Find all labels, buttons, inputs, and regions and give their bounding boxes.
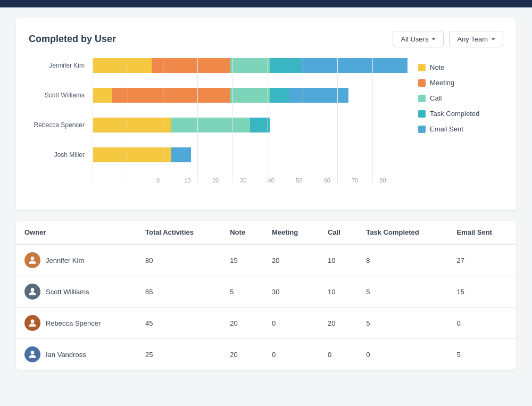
- col-email-sent: Email Sent: [448, 221, 516, 244]
- chart-title: Completed by User: [29, 34, 116, 45]
- bars-container: Jennifer KimScott WilliamsRebecca Spence…: [29, 58, 408, 200]
- chevron-down-icon: [431, 38, 436, 40]
- legend-item-meeting: Meeting: [418, 79, 503, 87]
- cell-total: 80: [137, 244, 221, 276]
- cell-total: 65: [137, 276, 221, 308]
- cell-total: 25: [137, 339, 221, 370]
- activities-table: Owner Total Activities Note Meeting Call…: [16, 221, 516, 370]
- cell-meeting: 0: [263, 339, 319, 370]
- legend-label: Task Completed: [430, 110, 479, 118]
- main-content: Completed by User All Users Any Team Jen…: [0, 7, 532, 406]
- cell-call: 0: [319, 339, 358, 370]
- table-row: Scott Williams6553010515: [16, 276, 516, 308]
- svg-point-1: [31, 288, 35, 292]
- any-team-label: Any Team: [457, 35, 488, 43]
- table-header-row: Owner Total Activities Note Meeting Call…: [16, 221, 516, 244]
- owner-name: Jennifer Kim: [46, 256, 84, 264]
- owner-cell: Jennifer Kim: [16, 244, 137, 276]
- grid-line: [197, 58, 232, 184]
- cell-call: 20: [319, 308, 358, 339]
- table-row: Ian Vandross25200005: [16, 339, 516, 370]
- cell-email-sent: 5: [448, 339, 516, 370]
- cell-task-completed: 5: [358, 276, 448, 308]
- svg-point-2: [31, 319, 35, 323]
- bar-label: Josh Miller: [29, 151, 90, 159]
- cell-note: 20: [221, 339, 263, 370]
- cell-note: 20: [221, 308, 263, 339]
- cell-meeting: 20: [263, 244, 319, 276]
- cell-email-sent: 27: [448, 244, 516, 276]
- bar-label: Jennifer Kim: [29, 62, 90, 69]
- legend-item-email-sent: Email Sent: [418, 125, 503, 133]
- table-section: Owner Total Activities Note Meeting Call…: [16, 221, 516, 370]
- cell-meeting: 30: [263, 276, 319, 308]
- cell-note: 15: [221, 244, 263, 276]
- legend-label: Meeting: [430, 79, 454, 87]
- cell-call: 10: [319, 244, 358, 276]
- grid-line: [337, 58, 372, 184]
- legend-color-note: [418, 64, 426, 71]
- col-call: Call: [319, 221, 358, 244]
- filter-group: All Users Any Team: [393, 31, 503, 47]
- avatar: [24, 346, 40, 362]
- grid-line: [93, 58, 128, 184]
- col-meeting: Meeting: [263, 221, 319, 244]
- legend-item-note: Note: [418, 63, 503, 71]
- legend-label: Email Sent: [430, 125, 463, 133]
- table-row: Rebecca Spencer452002050: [16, 308, 516, 339]
- grid-line: [372, 58, 408, 184]
- owner-cell-inner: Ian Vandross: [24, 346, 128, 362]
- cell-note: 5: [221, 276, 263, 308]
- grid-line: [163, 58, 198, 184]
- bar-chart-area: Jennifer KimScott WilliamsRebecca Spence…: [29, 58, 408, 200]
- legend-color-meeting: [418, 79, 426, 87]
- cell-call: 10: [319, 276, 358, 308]
- col-total: Total Activities: [137, 221, 221, 244]
- grid-lines: [93, 58, 408, 184]
- bar-label: Scott Williams: [29, 92, 90, 99]
- col-owner: Owner: [16, 221, 137, 244]
- owner-name: Ian Vandross: [46, 351, 86, 359]
- legend-item-call: Call: [418, 94, 503, 102]
- owner-cell: Rebecca Spencer: [16, 308, 137, 339]
- legend: NoteMeetingCallTask CompletedEmail Sent: [418, 58, 503, 200]
- col-task-completed: Task Completed: [358, 221, 448, 244]
- table-row: Jennifer Kim80152010827: [16, 244, 516, 276]
- owner-name: Scott Williams: [46, 288, 89, 296]
- cell-email-sent: 0: [448, 308, 516, 339]
- legend-color-task-completed: [418, 110, 426, 118]
- all-users-filter[interactable]: All Users: [393, 31, 444, 47]
- cell-task-completed: 0: [358, 339, 448, 370]
- cell-email-sent: 15: [448, 276, 516, 308]
- grid-line: [128, 58, 163, 184]
- all-users-label: All Users: [401, 35, 428, 43]
- cell-total: 45: [137, 308, 221, 339]
- owner-cell-inner: Rebecca Spencer: [24, 315, 128, 331]
- legend-color-email-sent: [418, 126, 426, 133]
- owner-cell: Ian Vandross: [16, 339, 137, 370]
- cell-meeting: 0: [263, 308, 319, 339]
- avatar: [24, 252, 40, 268]
- bar-label: Rebecca Spencer: [29, 121, 90, 129]
- top-bar: [0, 0, 532, 7]
- any-team-filter[interactable]: Any Team: [449, 31, 503, 47]
- legend-label: Note: [430, 63, 444, 71]
- legend-color-call: [418, 95, 426, 102]
- chart-header: Completed by User All Users Any Team: [29, 31, 503, 47]
- chart-body: Jennifer KimScott WilliamsRebecca Spence…: [29, 58, 503, 200]
- owner-name: Rebecca Spencer: [46, 319, 101, 327]
- chart-section: Completed by User All Users Any Team Jen…: [16, 18, 516, 210]
- grid-line: [303, 58, 338, 184]
- cell-task-completed: 5: [358, 308, 448, 339]
- col-note: Note: [221, 221, 263, 244]
- legend-item-task-completed: Task Completed: [418, 110, 503, 118]
- legend-label: Call: [430, 94, 442, 102]
- grid-line: [268, 58, 303, 184]
- owner-cell-inner: Jennifer Kim: [24, 252, 128, 268]
- owner-cell-inner: Scott Williams: [24, 284, 128, 300]
- avatar: [24, 315, 40, 331]
- avatar: [24, 284, 40, 300]
- cell-task-completed: 8: [358, 244, 448, 276]
- owner-cell: Scott Williams: [16, 276, 137, 308]
- svg-point-3: [31, 351, 35, 354]
